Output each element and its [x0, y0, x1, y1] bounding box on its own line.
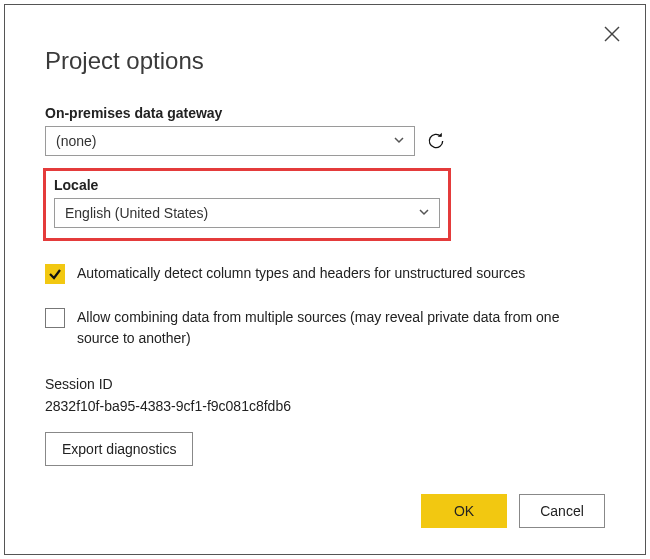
export-diagnostics-label: Export diagnostics — [62, 441, 176, 457]
gateway-value: (none) — [56, 133, 96, 149]
dialog-title: Project options — [45, 47, 605, 75]
combine-label: Allow combining data from multiple sourc… — [77, 307, 587, 350]
locale-select[interactable]: English (United States) — [54, 198, 440, 228]
autodetect-checkbox[interactable] — [45, 264, 65, 284]
locale-value: English (United States) — [65, 205, 208, 221]
cancel-button[interactable]: Cancel — [519, 494, 605, 528]
combine-checkbox[interactable] — [45, 308, 65, 328]
chevron-down-icon — [392, 133, 406, 150]
autodetect-label: Automatically detect column types and he… — [77, 263, 525, 285]
cancel-label: Cancel — [540, 503, 584, 519]
session-id-value: 2832f10f-ba95-4383-9cf1-f9c081c8fdb6 — [45, 398, 605, 414]
close-icon — [603, 25, 621, 43]
refresh-button[interactable] — [425, 130, 447, 152]
locale-label: Locale — [54, 177, 440, 193]
ok-label: OK — [454, 503, 474, 519]
session-id-label: Session ID — [45, 376, 605, 392]
check-icon — [48, 267, 62, 281]
close-button[interactable] — [603, 25, 623, 45]
chevron-down-icon — [417, 205, 431, 222]
ok-button[interactable]: OK — [421, 494, 507, 528]
refresh-icon — [426, 131, 446, 151]
locale-highlight: Locale English (United States) — [43, 168, 451, 241]
gateway-label: On-premises data gateway — [45, 105, 605, 121]
export-diagnostics-button[interactable]: Export diagnostics — [45, 432, 193, 466]
gateway-select[interactable]: (none) — [45, 126, 415, 156]
